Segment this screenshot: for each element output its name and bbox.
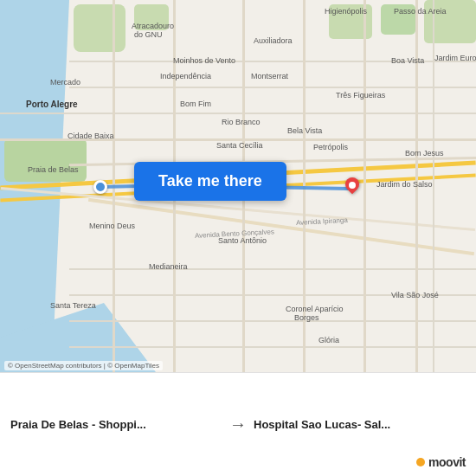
park-area-2 [134,4,169,30]
moovit-logo: moovit [416,455,466,469]
destination-name: Hospital Sao Lucas- Sal... [254,418,466,431]
take-me-there-button[interactable]: Take me there [134,162,286,201]
road-v7 [433,0,434,372]
arrow-icon: → [229,415,247,434]
park-area-3 [4,138,87,182]
road-v6 [415,0,418,372]
moovit-name: moovit [428,455,466,469]
map-container: Porto Alegre Mercado Higienópolis Passo … [0,0,476,372]
road-v4 [363,0,366,372]
road-v3 [303,0,306,372]
road-h6 [0,138,476,141]
origin-block: Praia De Belas - Shoppi... [10,418,222,431]
park-area-1 [74,4,125,52]
origin-name: Praia De Belas - Shoppi... [10,418,222,431]
park-area-6 [381,4,415,35]
road-v5 [113,0,115,372]
road-h7 [0,113,476,114]
route-info: Praia De Belas - Shoppi... → Hospital Sa… [10,415,466,434]
map-attribution: © OpenStreetMap contributors | © OpenMap… [4,361,163,370]
park-area-4 [424,0,476,43]
moovit-dot [416,458,425,466]
destination-block: Hospital Sao Lucas- Sal... [254,418,466,431]
bottom-bar: Praia De Belas - Shoppi... → Hospital Sa… [0,372,476,476]
end-marker [342,177,363,203]
start-marker [93,180,107,194]
